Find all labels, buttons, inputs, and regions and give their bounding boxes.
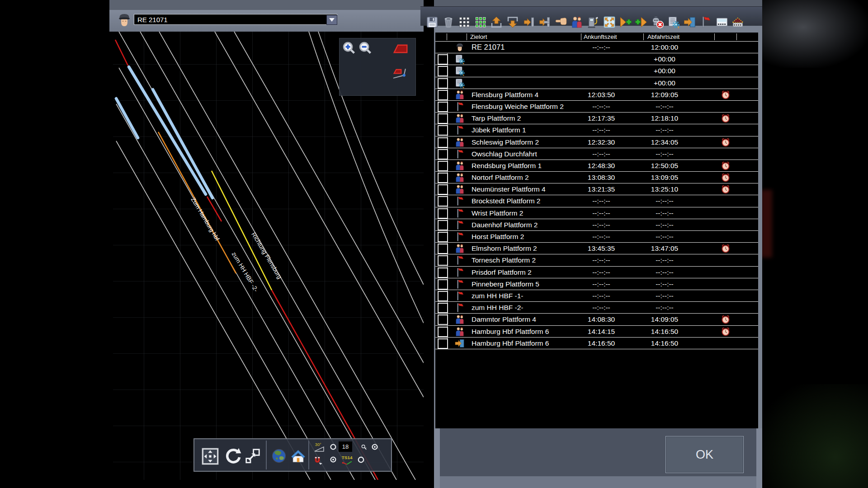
- cell-ankunft: --:--:--: [570, 195, 633, 206]
- passengers-button[interactable]: [570, 15, 584, 29]
- table-row[interactable]: Flensburg Plattform 412:03:5012:09:05: [435, 89, 758, 101]
- zoom-in-icon: [342, 41, 356, 55]
- flag-button[interactable]: [699, 15, 713, 29]
- delete-button[interactable]: [442, 15, 456, 29]
- table-row[interactable]: Jübek Plattform 1--:--:----:--:--: [435, 124, 758, 136]
- cell-abfahrt: 12:50:05: [633, 160, 696, 171]
- cell-abfahrt: 14:09:05: [633, 314, 696, 325]
- table-row[interactable]: Prisdorf Plattform 2--:--:----:--:--: [435, 267, 758, 278]
- table-row[interactable]: Flensburg Weiche Plattform 2--:--:----:-…: [435, 101, 758, 113]
- table-row[interactable]: RE 21071--:--:--12:00:00: [435, 42, 758, 53]
- table-row[interactable]: Wrist Plattform 2--:--:----:--:--: [435, 207, 758, 219]
- column-header-ankunftszeit: Ankunftszeit: [584, 33, 617, 41]
- insert-after-icon: [538, 15, 552, 29]
- conductor-icon: [116, 12, 133, 29]
- zoom-in-icon[interactable]: [342, 41, 356, 55]
- table-row[interactable]: Elmshorn Plattform 213:45:3513:47:05: [435, 243, 758, 254]
- cell-zielort: Flensburg Plattform 4: [472, 89, 569, 100]
- expand-icon: [603, 15, 616, 29]
- cell-zielort: Prisdorf Plattform 2: [472, 267, 569, 278]
- flag-icon: [454, 208, 465, 219]
- link-move-icon: [244, 447, 261, 465]
- radio-lock[interactable]: [371, 443, 379, 451]
- cell-zielort: Jübek Plattform 1: [472, 124, 569, 136]
- table-row[interactable]: Dauenhof Plattform 2--:--:----:--:--: [435, 219, 758, 231]
- move-link-icon[interactable]: [244, 447, 261, 465]
- table-row[interactable]: Horst Plattform 2--:--:----:--:--: [435, 231, 758, 243]
- route-end-icon: [683, 15, 697, 29]
- table-row[interactable]: zum HH HBF -1---:--:----:--:--: [435, 290, 758, 302]
- add-before-button[interactable]: [635, 15, 649, 29]
- radio-magnet[interactable]: [329, 455, 337, 464]
- tray-up-button[interactable]: [490, 15, 504, 29]
- route-end-button[interactable]: [683, 15, 697, 29]
- table-row[interactable]: Brockstedt Plattform 2--:--:----:--:--: [435, 195, 758, 207]
- robot-delete-button[interactable]: [651, 15, 665, 29]
- passengers-icon: [454, 137, 465, 148]
- ok-button[interactable]: OK: [665, 436, 744, 473]
- svg-text:30°: 30°: [315, 442, 321, 447]
- table-row[interactable]: Tornesch Plattform 2--:--:----:--:--: [435, 254, 758, 266]
- table-row[interactable]: Tarp Plattform 212:17:3512:18:10: [435, 113, 758, 124]
- lock-key-icon[interactable]: [360, 444, 368, 451]
- signal-shape-icon[interactable]: [392, 41, 409, 57]
- cell-ankunft: 13:45:35: [570, 243, 633, 254]
- rotate-icon[interactable]: [223, 446, 243, 466]
- train-selector-dropdown[interactable]: RE 21071: [134, 14, 337, 25]
- tray-down-button[interactable]: [506, 15, 520, 29]
- table-row[interactable]: Neumünster Plattform 413:21:3513:25:10: [435, 183, 758, 195]
- insert-after-button[interactable]: [538, 15, 552, 29]
- table-row[interactable]: Rendsburg Plattform 112:48:3012:50:05: [435, 160, 758, 172]
- flag-icon: [454, 196, 465, 206]
- route-end-icon: [454, 338, 465, 349]
- column-divider: [581, 33, 581, 40]
- table-row[interactable]: zum HH HBF -2---:--:----:--:--: [435, 302, 758, 314]
- table-row[interactable]: Dammtor Plattform 414:08:3014:09:05: [435, 314, 758, 325]
- cell-abfahrt: --:--:--: [633, 219, 696, 230]
- panel-edge: [756, 428, 762, 488]
- table-row[interactable]: +00:00: [435, 77, 758, 89]
- zoom-out-icon[interactable]: [358, 41, 373, 55]
- track-map[interactable]: Zum Hamburg hbf Richtung Flensburg zum H…: [113, 32, 424, 480]
- fuel-button[interactable]: [586, 15, 600, 29]
- grid-white-button[interactable]: [458, 15, 472, 29]
- cell-abfahrt: +00:00: [633, 65, 696, 76]
- chevron-down-icon[interactable]: [326, 15, 337, 25]
- table-row[interactable]: Owschlag Durchfahrt--:--:----:--:--: [435, 148, 758, 160]
- grid-green-button[interactable]: [474, 15, 488, 29]
- cell-zielort: Pinneberg Plattform 5: [472, 278, 569, 290]
- table-row[interactable]: Hamburg Hbf Plattform 614:14:1514:16:50: [435, 326, 758, 338]
- doc-gear-button[interactable]: [667, 15, 681, 29]
- signal-shape-edit-icon[interactable]: [392, 64, 409, 81]
- table-row[interactable]: +00:00: [435, 53, 758, 65]
- table-row[interactable]: +00:00: [435, 65, 758, 77]
- table-row[interactable]: Nortorf Plattform 213:08:3013:09:05: [435, 172, 758, 183]
- zoom-level-value: 18: [339, 441, 352, 452]
- slope-icon: 30°: [313, 441, 325, 453]
- insert-before-button[interactable]: [522, 15, 536, 29]
- alarm-icon: [720, 89, 731, 100]
- save-button[interactable]: [425, 15, 439, 29]
- add-after-button[interactable]: [618, 15, 632, 29]
- expand-button[interactable]: [603, 15, 617, 29]
- radio-angle[interactable]: [329, 443, 337, 451]
- home-icon[interactable]: [290, 448, 307, 465]
- station-roof-icon: [731, 15, 745, 29]
- slope-angle-icon[interactable]: 30°: [313, 441, 325, 453]
- alarm-clock-icon: [720, 137, 731, 148]
- table-row[interactable]: Hamburg Hbf Plattform 614:16:5014:16:50: [435, 338, 758, 349]
- cell-zielort: Neumünster Plattform 4: [472, 183, 569, 195]
- globe-icon[interactable]: [270, 447, 288, 465]
- pan-icon[interactable]: [200, 446, 220, 466]
- magnet-icon[interactable]: [313, 455, 324, 466]
- table-row[interactable]: Schleswig Plattform 212:32:3012:34:05: [435, 136, 758, 148]
- alarm-clock-icon: [720, 113, 731, 124]
- alarm-icon: [720, 113, 731, 124]
- station-roof-button[interactable]: [731, 15, 745, 29]
- table-row[interactable]: Pinneberg Plattform 5--:--:----:--:--: [435, 278, 758, 290]
- hand-button[interactable]: [554, 15, 568, 29]
- ts14-mode-icon[interactable]: TS14: [341, 454, 354, 467]
- cell-ankunft: --:--:--: [570, 278, 633, 290]
- radio-ts14[interactable]: [357, 455, 365, 464]
- platform-button[interactable]: [715, 15, 729, 29]
